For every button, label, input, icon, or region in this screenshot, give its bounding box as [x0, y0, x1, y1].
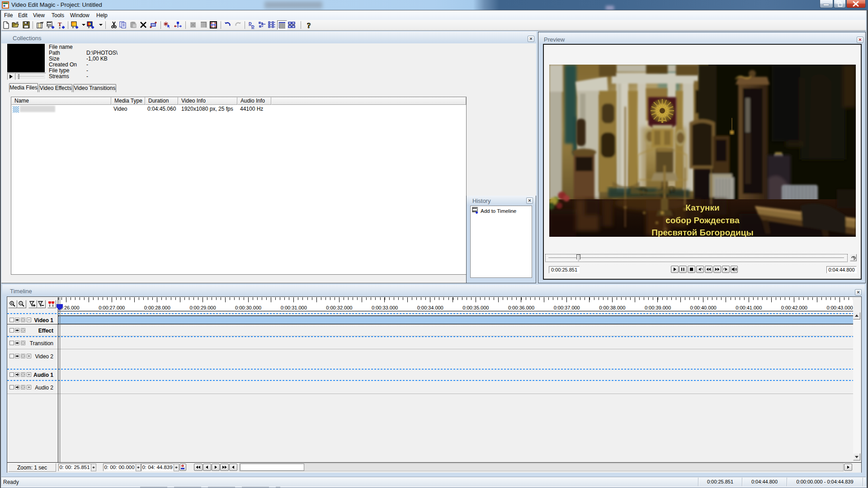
- svg-text:Катунки: Катунки: [685, 203, 719, 212]
- svg-text:Пресвятой Богородицы: Пресвятой Богородицы: [651, 228, 753, 237]
- svg-text:D: D: [251, 24, 255, 29]
- svg-text:T: T: [58, 21, 62, 28]
- svg-text:собор Рождества: собор Рождества: [665, 216, 740, 225]
- svg-text:?: ?: [307, 21, 311, 29]
